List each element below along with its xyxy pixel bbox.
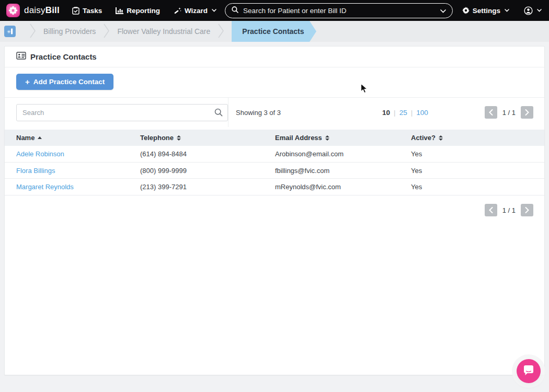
breadcrumb-separator-icon (103, 23, 110, 40)
page-size-separator: | (411, 109, 413, 117)
brand-name: daisyBill (24, 5, 60, 16)
global-search-input[interactable] (243, 7, 436, 15)
column-header-active[interactable]: Active? (411, 134, 544, 142)
contact-telephone: (800) 999-9999 (140, 167, 275, 175)
next-page-button[interactable] (521, 106, 533, 119)
contact-email: Arobinson@email.com (275, 150, 411, 158)
chevron-right-icon (525, 207, 529, 213)
add-practice-contact-label: Add Practice Contact (33, 78, 105, 86)
nav-wizard-label: Wizard (185, 7, 208, 15)
contact-name-link[interactable]: Flora Billings (16, 167, 140, 175)
contact-email: mReynolds@fvic.com (275, 183, 411, 191)
table-row: Margaret Reynolds (213) 399-7291 mReynol… (5, 179, 544, 195)
pagination-bottom: 1 / 1 (485, 204, 533, 216)
chevron-right-icon (525, 109, 529, 116)
chevron-left-icon (489, 109, 493, 116)
search-icon (214, 108, 223, 119)
contact-card-icon (16, 52, 26, 62)
table-header: Name Telephone Email Address Active? (5, 130, 544, 146)
table-row: Flora Billings (800) 999-9999 fbillings@… (5, 163, 544, 179)
prev-page-button[interactable] (485, 204, 497, 216)
nav-settings-label: Settings (473, 7, 500, 15)
plus-icon: + (25, 78, 30, 86)
page-title: Practice Contacts (30, 52, 97, 61)
nav-tasks[interactable]: Tasks (72, 7, 102, 15)
nav-tasks-label: Tasks (83, 7, 102, 15)
page-size-separator: | (394, 109, 396, 117)
sort-icon (325, 135, 329, 141)
global-search[interactable] (225, 3, 453, 18)
bar-chart-icon (116, 7, 123, 14)
contact-email: fbillings@fvic.com (275, 167, 411, 175)
svg-text:✳: ✳ (7, 29, 11, 34)
sort-icon (177, 135, 181, 141)
column-header-telephone[interactable]: Telephone (140, 134, 275, 142)
breadcrumb-separator-icon (218, 23, 224, 40)
nav-settings[interactable]: Settings (462, 7, 509, 15)
pagination-top: 1 / 1 (485, 106, 533, 119)
contact-name-link[interactable]: Adele Robinson (16, 150, 140, 158)
page-size-100[interactable]: 100 (416, 109, 428, 117)
chevron-left-icon (489, 207, 493, 213)
chevron-down-icon (505, 9, 509, 12)
prev-page-button[interactable] (485, 106, 497, 119)
showing-count: Showing 3 of 3 (228, 98, 281, 127)
page-size-25[interactable]: 25 (399, 109, 407, 117)
nav-reporting-label: Reporting (127, 7, 160, 15)
column-header-name[interactable]: Name (16, 134, 140, 142)
breadcrumb-provider-name[interactable]: Flower Valley Industrial Care (117, 27, 210, 36)
gear-icon (462, 7, 470, 14)
sort-ascending-icon (38, 136, 42, 139)
provider-icon[interactable]: ✳ (4, 26, 16, 37)
chevron-down-icon (212, 9, 216, 12)
column-header-email[interactable]: Email Address (275, 134, 411, 142)
brand-logo[interactable]: daisyBill (6, 4, 60, 17)
search-icon (232, 6, 238, 15)
add-practice-contact-button[interactable]: + Add Practice Contact (16, 74, 113, 90)
sort-icon (439, 135, 443, 141)
table-search-input[interactable] (16, 104, 228, 121)
contact-telephone: (614) 894-8484 (140, 150, 275, 158)
practice-contacts-panel: Practice Contacts + Add Practice Contact… (4, 46, 545, 375)
contact-name-link[interactable]: Margaret Reynolds (16, 183, 140, 191)
top-navbar: daisyBill Tasks (0, 0, 549, 21)
chat-bubble-icon (522, 363, 535, 379)
contact-active: Yes (411, 183, 544, 191)
page-indicator: 1 / 1 (502, 206, 516, 214)
nav-wizard[interactable]: Wizard (174, 7, 216, 15)
tasks-clipboard-icon (72, 7, 79, 15)
breadcrumb-current-page: Practice Contacts (232, 21, 309, 42)
nav-account[interactable] (524, 6, 542, 15)
table-row: Adele Robinson (614) 894-8484 Arobinson@… (5, 146, 544, 163)
magic-wand-icon (174, 7, 181, 15)
chat-launcher-button[interactable] (517, 359, 541, 383)
chevron-down-icon[interactable] (440, 6, 446, 15)
page-indicator: 1 / 1 (502, 109, 516, 117)
contact-active: Yes (411, 167, 544, 175)
breadcrumb: ✳ Billing Providers Flower Valley Indust… (0, 21, 549, 42)
breadcrumb-separator-icon (29, 23, 36, 40)
breadcrumb-billing-providers[interactable]: Billing Providers (43, 27, 96, 36)
daisy-flower-icon (6, 4, 20, 17)
page-size-10[interactable]: 10 (382, 109, 390, 117)
page-size-selector: 10 | 25 | 100 (382, 109, 428, 117)
next-page-button[interactable] (521, 204, 533, 216)
contact-telephone: (213) 399-7291 (140, 183, 275, 191)
contact-active: Yes (411, 150, 544, 158)
nav-reporting[interactable]: Reporting (116, 7, 160, 15)
user-avatar-icon (524, 6, 533, 15)
chevron-down-icon (537, 9, 542, 12)
